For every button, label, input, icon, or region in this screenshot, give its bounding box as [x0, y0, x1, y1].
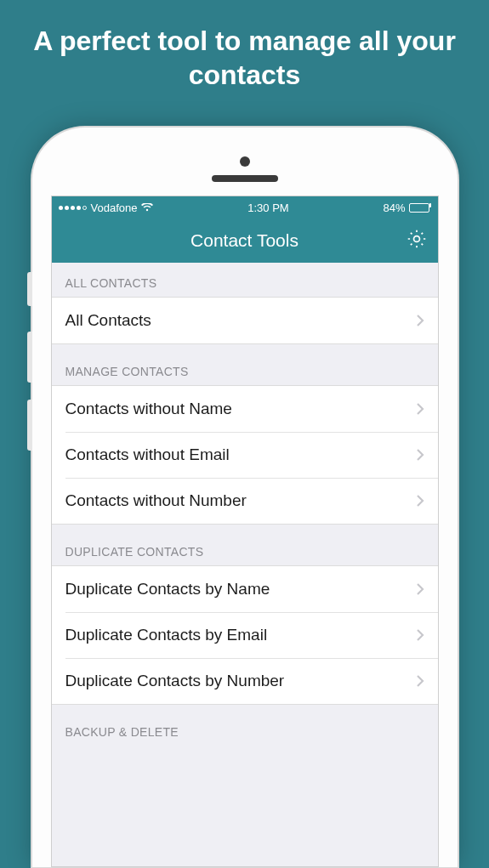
section-header-duplicate-contacts: DUPLICATE CONTACTS	[52, 525, 438, 565]
carrier-label: Vodafone	[91, 201, 138, 214]
page-title: Contact Tools	[190, 230, 299, 251]
status-bar: Vodafone 1:30 PM 84%	[52, 196, 438, 218]
wifi-icon	[141, 203, 153, 212]
battery-percent: 84%	[383, 201, 405, 214]
chevron-right-icon	[416, 402, 424, 416]
hero-title: A perfect tool to manage all your contac…	[0, 0, 489, 92]
signal-dots-icon	[59, 206, 87, 210]
gear-icon	[406, 238, 428, 252]
row-contacts-without-number[interactable]: Contacts without Number	[52, 478, 438, 524]
settings-button[interactable]	[406, 228, 428, 253]
row-duplicate-by-number[interactable]: Duplicate Contacts by Number	[52, 658, 438, 704]
row-contacts-without-name[interactable]: Contacts without Name	[52, 386, 438, 432]
chevron-right-icon	[416, 494, 424, 508]
settings-list[interactable]: ALL CONTACTS All Contacts MANAGE CONTACT…	[52, 263, 438, 866]
section-header-manage-contacts: MANAGE CONTACTS	[52, 344, 438, 385]
side-button	[27, 272, 32, 306]
row-label: Contacts without Email	[65, 445, 416, 464]
row-label: Contacts without Name	[65, 400, 416, 418]
row-label: Duplicate Contacts by Name	[65, 580, 416, 599]
row-contacts-without-email[interactable]: Contacts without Email	[52, 432, 438, 478]
section-header-backup-delete: BACKUP & DELETE	[52, 705, 438, 746]
row-label: Contacts without Number	[65, 491, 416, 510]
row-duplicate-by-email[interactable]: Duplicate Contacts by Email	[52, 612, 438, 658]
row-label: Duplicate Contacts by Number	[65, 672, 416, 690]
row-label: All Contacts	[65, 311, 416, 330]
side-button	[27, 400, 32, 451]
battery-icon	[409, 203, 431, 213]
nav-bar: Contact Tools	[52, 218, 438, 263]
side-button	[27, 332, 32, 383]
row-all-contacts[interactable]: All Contacts	[52, 298, 438, 343]
phone-mockup: Vodafone 1:30 PM 84% Contact Tools	[32, 128, 458, 867]
chevron-right-icon	[416, 314, 424, 327]
phone-screen: Vodafone 1:30 PM 84% Contact Tools	[51, 196, 439, 867]
row-label: Duplicate Contacts by Email	[65, 626, 416, 644]
chevron-right-icon	[416, 448, 424, 462]
svg-point-0	[413, 236, 419, 242]
chevron-right-icon	[416, 674, 424, 688]
status-time: 1:30 PM	[153, 201, 383, 214]
chevron-right-icon	[416, 582, 424, 596]
chevron-right-icon	[416, 628, 424, 642]
section-header-all-contacts: ALL CONTACTS	[52, 263, 438, 297]
row-duplicate-by-name[interactable]: Duplicate Contacts by Name	[52, 566, 438, 612]
